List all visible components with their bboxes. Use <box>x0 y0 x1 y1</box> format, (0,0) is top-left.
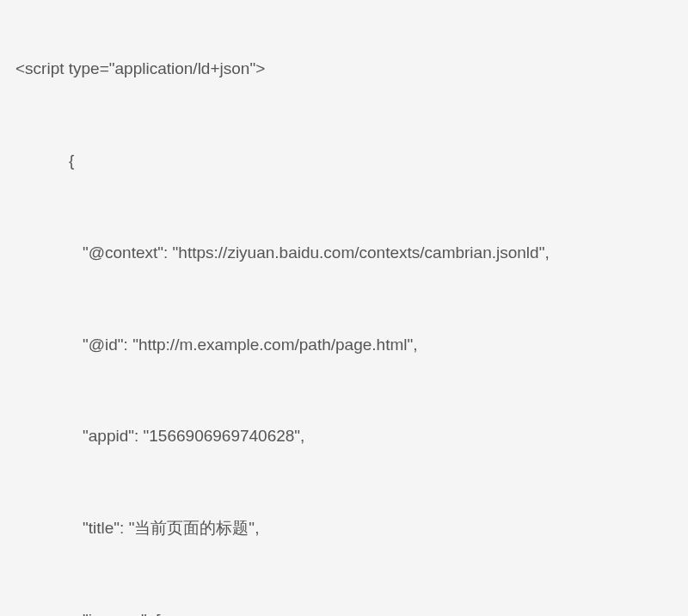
brace-open: { <box>15 150 673 173</box>
images-open-line: "images": [ <box>15 609 673 616</box>
title-line: "title": "当前页面的标题", <box>15 517 673 540</box>
id-line: "@id": "http://m.example.com/path/page.h… <box>15 334 673 357</box>
appid-line: "appid": "1566906969740628", <box>15 425 673 448</box>
context-line: "@context": "https://ziyuan.baidu.com/co… <box>15 242 673 265</box>
script-tag-line: <script type="application/ld+json"> <box>15 58 673 81</box>
code-block: <script type="application/ld+json"> { "@… <box>15 12 673 616</box>
